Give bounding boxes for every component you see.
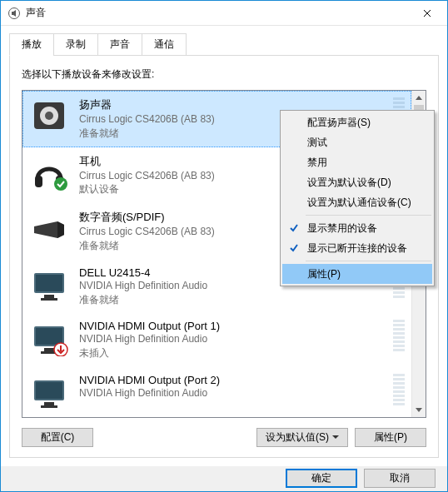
sound-app-icon — [7, 7, 21, 20]
menu-item-label: 设置为默认通信设备(C) — [307, 196, 411, 210]
scroll-down-button[interactable] — [412, 403, 426, 417]
set-default-label: 设为默认值(S) — [266, 430, 329, 445]
svg-rect-12 — [36, 328, 62, 345]
scroll-up-button[interactable] — [412, 91, 426, 105]
titlebar: 声音 — [1, 1, 447, 26]
headphones-icon — [29, 154, 69, 191]
prompt-text: 选择以下播放设备来修改设置: — [22, 67, 426, 82]
spdif-icon — [29, 210, 69, 246]
menu-item-label: 配置扬声器(S) — [307, 116, 371, 130]
device-driver: NVIDIA High Definition Audio — [79, 332, 383, 346]
configure-button[interactable]: 配置(C) — [22, 428, 93, 447]
speaker-icon — [29, 97, 69, 134]
menu-separator — [306, 261, 431, 261]
dialog-footer: 确定 取消 — [1, 466, 447, 491]
panel-button-row: 配置(C) 设为默认值(S) 属性(P) — [22, 428, 426, 447]
svg-rect-13 — [44, 348, 54, 351]
tab-strip: 播放 录制 声音 通信 — [9, 33, 439, 56]
menu-item[interactable]: 显示已断开连接的设备 — [282, 238, 432, 258]
device-info: NVIDIA HDMI Output (Port 2)NVIDIA High D… — [79, 374, 383, 400]
tab-playback[interactable]: 播放 — [9, 33, 54, 56]
device-row[interactable]: NVIDIA HDMI Output (Port 1)NVIDIA High D… — [22, 313, 411, 367]
monitor-icon — [29, 374, 69, 410]
context-menu[interactable]: 配置扬声器(S)测试禁用设置为默认设备(D)设置为默认通信设备(C)显示禁用的设… — [280, 110, 435, 286]
device-name: NVIDIA HDMI Output (Port 1) — [79, 320, 383, 332]
svg-rect-19 — [41, 405, 57, 408]
menu-item-label: 测试 — [307, 136, 327, 150]
device-driver: NVIDIA High Definition Audio — [79, 386, 383, 400]
device-info: NVIDIA HDMI Output (Port 1)NVIDIA High D… — [79, 320, 383, 360]
check-icon — [287, 241, 301, 255]
device-name: NVIDIA HDMI Output (Port 2) — [79, 374, 383, 386]
check-icon — [287, 221, 301, 235]
svg-point-6 — [54, 177, 67, 191]
tab-recording[interactable]: 录制 — [53, 33, 98, 56]
svg-rect-4 — [35, 176, 42, 187]
device-status: 未插入 — [79, 346, 383, 360]
window-title: 声音 — [26, 6, 408, 20]
monitor-icon — [29, 266, 69, 303]
menu-item[interactable]: 配置扬声器(S) — [282, 112, 432, 132]
menu-item[interactable]: 属性(P) — [282, 264, 432, 284]
svg-rect-9 — [44, 295, 54, 298]
svg-rect-8 — [36, 275, 62, 291]
tab-sounds[interactable]: 声音 — [97, 33, 142, 56]
close-button[interactable] — [408, 1, 446, 25]
menu-item[interactable]: 显示禁用的设备 — [282, 218, 432, 238]
svg-rect-18 — [44, 402, 54, 405]
menu-item-label: 显示已断开连接的设备 — [307, 241, 407, 256]
device-status: 准备就绪 — [79, 293, 383, 307]
level-meter-icon — [393, 320, 405, 351]
menu-separator — [306, 215, 431, 216]
device-row[interactable]: NVIDIA HDMI Output (Port 2)NVIDIA High D… — [22, 367, 411, 417]
sound-dialog: 声音 播放 录制 声音 通信 选择以下播放设备来修改设置: 扬声器Cirrus … — [0, 0, 448, 492]
menu-item[interactable]: 测试 — [282, 132, 432, 152]
svg-rect-10 — [41, 298, 57, 301]
menu-item-label: 属性(P) — [307, 267, 341, 281]
menu-item-label: 显示禁用的设备 — [307, 221, 377, 236]
dropdown-caret-icon — [332, 435, 339, 439]
menu-item[interactable]: 设置为默认设备(D) — [282, 172, 432, 192]
menu-item-label: 设置为默认设备(D) — [307, 176, 391, 190]
properties-button[interactable]: 属性(P) — [355, 428, 426, 447]
set-default-button[interactable]: 设为默认值(S) — [256, 428, 348, 447]
menu-item[interactable]: 设置为默认通信设备(C) — [282, 192, 432, 212]
menu-item[interactable]: 禁用 — [282, 152, 432, 172]
tab-communications[interactable]: 通信 — [142, 33, 187, 56]
menu-item-label: 禁用 — [307, 156, 327, 170]
cancel-button[interactable]: 取消 — [364, 469, 436, 488]
svg-rect-17 — [36, 382, 62, 399]
monitor-icon — [29, 320, 69, 356]
svg-point-3 — [45, 112, 53, 120]
level-meter-icon — [393, 374, 405, 405]
ok-button[interactable]: 确定 — [286, 469, 357, 488]
